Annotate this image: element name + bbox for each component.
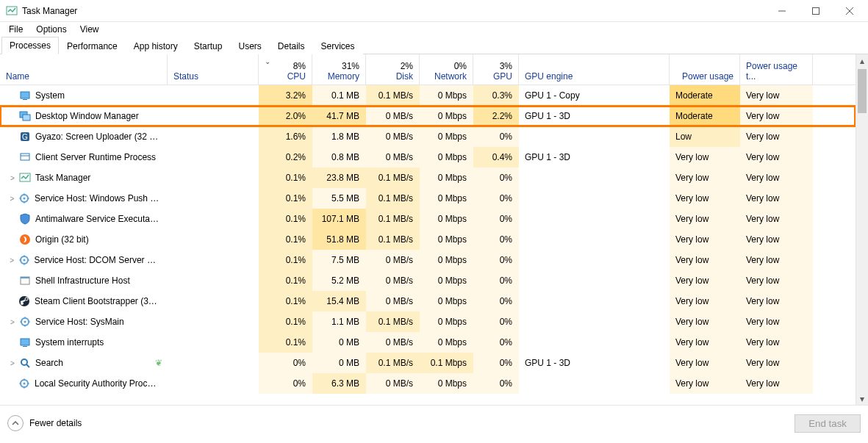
process-icon [18, 192, 30, 204]
process-icon [19, 90, 31, 101]
cell-name: Client Server Runtime Process [0, 147, 168, 168]
cell-gpu: 0% [473, 250, 519, 270]
cell-gpu-engine [519, 373, 670, 394]
menu-view[interactable]: View [74, 23, 105, 36]
cell-power-trend: Very low [740, 126, 813, 147]
process-icon [19, 275, 31, 287]
col-gpu[interactable]: 3%GPU [473, 54, 519, 84]
cell-gpu-engine [519, 126, 670, 147]
table-row[interactable]: > Service Host: SysMain 0.1% 1.1 MB 0.1 … [0, 311, 856, 332]
table-row[interactable]: Origin (32 bit) 0.1% 51.8 MB 0.1 MB/s 0 … [0, 229, 856, 250]
scroll-thumb[interactable] [858, 69, 867, 113]
table-row[interactable]: > Service Host: Windows Push No... 0.1% … [0, 188, 856, 209]
col-memory[interactable]: 31%Memory [312, 54, 366, 84]
table-row[interactable]: Local Security Authority Process... 0% 6… [0, 373, 856, 394]
cell-status [168, 353, 259, 373]
menu-options[interactable]: Options [30, 23, 72, 36]
menu-file[interactable]: File [3, 23, 29, 36]
table-row[interactable]: > Search ❦ 0% 0 MB 0.1 MB/s 0.1 Mbps 0% … [0, 353, 856, 373]
svg-point-41 [21, 359, 27, 365]
col-cpu[interactable]: ⌄8%CPU [259, 54, 312, 84]
expand-icon[interactable]: > [6, 195, 18, 203]
cell-name: > Search ❦ [0, 353, 168, 373]
col-disk[interactable]: 2%Disk [366, 54, 420, 84]
cell-memory: 51.8 MB [312, 229, 366, 250]
expand-icon[interactable]: > [6, 318, 19, 326]
maximize-button[interactable] [799, 0, 833, 22]
process-icon [18, 254, 30, 266]
cell-network: 0 Mbps [420, 332, 473, 353]
tab-startup[interactable]: Startup [186, 37, 231, 54]
cell-name: > Service Host: DCOM Server Proc... [0, 250, 168, 270]
expand-icon[interactable]: > [6, 359, 19, 367]
table-row[interactable]: G Gyazo: Screen Uploader (32 bit) 1.6% 1… [0, 126, 856, 147]
svg-rect-28 [21, 277, 29, 278]
cell-network: 0 Mbps [420, 291, 473, 311]
fewer-details-button[interactable]: Fewer details [7, 415, 82, 431]
table-row[interactable]: > Service Host: DCOM Server Proc... 0.1%… [0, 250, 856, 270]
cell-memory: 1.1 MB [312, 311, 366, 332]
titlebar[interactable]: Task Manager [0, 0, 868, 22]
process-icon [19, 151, 31, 163]
process-name: Antimalware Service Executable [35, 214, 161, 224]
end-task-button[interactable]: End task [795, 414, 861, 433]
vertical-scrollbar[interactable]: ▴ ▾ [856, 54, 868, 405]
col-network[interactable]: 0%Network [420, 54, 473, 84]
table-row[interactable]: Client Server Runtime Process 0.2% 0.8 M… [0, 147, 856, 168]
svg-rect-39 [21, 339, 29, 345]
tab-app-history[interactable]: App history [126, 37, 186, 54]
cell-name: Shell Infrastructure Host [0, 270, 168, 291]
cell-name: System interrupts [0, 332, 168, 353]
cell-name: Steam Client Bootstrapper (32 bit) [0, 291, 168, 311]
process-icon [18, 295, 30, 307]
expand-icon[interactable]: > [6, 174, 19, 182]
cell-gpu-engine [519, 188, 670, 209]
scroll-up-icon[interactable]: ▴ [856, 54, 868, 67]
cell-power-trend: Very low [740, 106, 813, 126]
table-row[interactable]: Shell Infrastructure Host 0.1% 5.2 MB 0 … [0, 270, 856, 291]
cell-status [168, 209, 259, 229]
cell-disk: 0.1 MB/s [366, 209, 420, 229]
minimize-button[interactable] [765, 0, 799, 22]
cell-cpu: 0.1% [259, 250, 312, 270]
cell-power-trend: Very low [740, 229, 813, 250]
scroll-down-icon[interactable]: ▾ [856, 392, 868, 405]
table-row[interactable]: Desktop Window Manager 2.0% 41.7 MB 0 MB… [0, 106, 856, 126]
process-name: Steam Client Bootstrapper (32 bit) [35, 296, 161, 306]
table-row[interactable]: System 3.2% 0.1 MB 0.1 MB/s 0 Mbps 0.3% … [0, 85, 856, 106]
table-row[interactable]: Steam Client Bootstrapper (32 bit) 0.1% … [0, 291, 856, 311]
cell-gpu: 0% [473, 270, 519, 291]
cell-gpu: 0.3% [473, 85, 519, 106]
col-status[interactable]: Status [168, 54, 259, 84]
cell-power-trend: Very low [740, 188, 813, 209]
cell-name: Local Security Authority Process... [0, 373, 168, 394]
col-power-usage[interactable]: Power usage [670, 54, 740, 84]
cell-status [168, 168, 259, 188]
tab-performance[interactable]: Performance [59, 37, 126, 54]
menubar: File Options View [0, 22, 868, 37]
expand-icon[interactable]: > [6, 256, 18, 264]
tab-details[interactable]: Details [270, 37, 313, 54]
table-row[interactable]: > Task Manager 0.1% 23.8 MB 0.1 MB/s 0 M… [0, 168, 856, 188]
col-gpu-engine[interactable]: GPU engine [519, 54, 670, 84]
cell-name: > Service Host: Windows Push No... [0, 188, 168, 209]
window-title: Task Manager [22, 6, 77, 16]
process-name: System [35, 90, 65, 101]
close-button[interactable] [833, 0, 867, 22]
process-name: Local Security Authority Process... [35, 378, 161, 389]
process-name: Client Server Runtime Process [35, 152, 156, 162]
cell-status [168, 311, 259, 332]
cell-name: System [0, 85, 168, 106]
cell-disk: 0.1 MB/s [366, 168, 420, 188]
tab-processes[interactable]: Processes [1, 37, 59, 54]
cell-cpu: 0.1% [259, 291, 312, 311]
cell-gpu: 0.4% [473, 147, 519, 168]
tab-services[interactable]: Services [313, 37, 363, 54]
table-row[interactable]: Antimalware Service Executable 0.1% 107.… [0, 209, 856, 229]
svg-rect-40 [23, 346, 27, 347]
tab-users[interactable]: Users [230, 37, 269, 54]
cell-cpu: 0.2% [259, 147, 312, 168]
col-power-trend[interactable]: Power usage t... [740, 54, 813, 84]
table-row[interactable]: System interrupts 0.1% 0 MB 0 MB/s 0 Mbp… [0, 332, 856, 353]
col-name[interactable]: Name [0, 54, 168, 84]
